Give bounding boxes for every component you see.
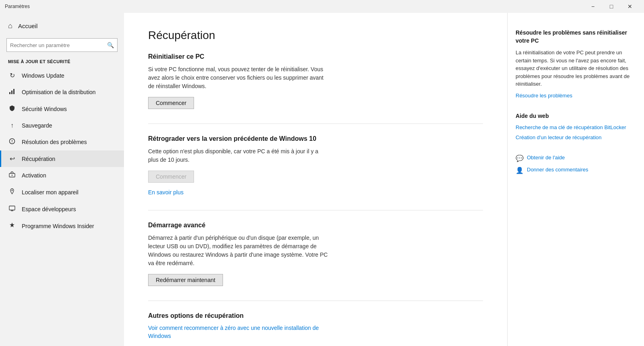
sidebar-item-recovery[interactable]: ↩ Récupération <box>0 150 124 167</box>
sidebar-section-title: Mise à jour et sécurité <box>0 58 124 67</box>
sidebar-item-dev-mode[interactable]: Espace développeurs <box>0 201 124 218</box>
minimize-button[interactable]: − <box>584 0 602 13</box>
right-panel-title-2: Aide du web <box>516 112 632 120</box>
svg-rect-1 <box>11 91 12 94</box>
sidebar-item-label: Récupération <box>22 156 55 162</box>
troubleshoot-link[interactable]: Résoudre les problèmes <box>516 92 632 99</box>
sidebar-item-find-device[interactable]: Localiser mon appareil <box>0 184 124 201</box>
titlebar-title: Paramètres <box>5 4 30 9</box>
sidebar-item-troubleshoot[interactable]: Résolution des problèmes <box>0 134 124 150</box>
windows-update-icon: ↻ <box>8 72 16 79</box>
restart-now-button[interactable]: Redémarrer maintenant <box>148 274 223 286</box>
svg-rect-9 <box>9 206 15 210</box>
advanced-startup-section: Démarrage avancé Démarrez à partir d'un … <box>148 222 483 286</box>
sidebar-item-activation[interactable]: Activation <box>0 167 124 184</box>
section-divider-3 <box>148 301 483 301</box>
sidebar-home-label: Accueil <box>18 23 37 29</box>
sidebar-item-label: Localiser mon appareil <box>22 189 78 196</box>
sidebar-item-distribution[interactable]: Optimisation de la distribution <box>0 84 124 101</box>
svg-rect-2 <box>13 89 14 94</box>
main-content: Récupération Réinitialiser ce PC Si votr… <box>124 13 507 346</box>
sidebar-item-security[interactable]: Sécurité Windows <box>0 101 124 117</box>
get-help-link[interactable]: Obtenir de l'aide <box>527 154 565 161</box>
reset-pc-title: Réinitialiser ce PC <box>148 53 483 60</box>
right-panel-section-2: Aide du web Recherche de ma clé de récup… <box>516 112 632 141</box>
advanced-startup-description: Démarrez à partir d'un périphérique ou d… <box>148 234 329 268</box>
insider-icon <box>8 222 16 230</box>
search-input[interactable] <box>10 42 107 48</box>
page-title: Récupération <box>148 29 483 42</box>
svg-rect-0 <box>9 92 10 94</box>
feedback-link[interactable]: Donner des commentaires <box>527 166 588 173</box>
svg-point-5 <box>12 142 12 143</box>
sidebar-item-label: Optimisation de la distribution <box>22 89 96 95</box>
feedback-helper: 👤 Donner des commentaires <box>516 166 632 174</box>
reset-pc-button[interactable]: Commencer <box>148 97 194 109</box>
reset-pc-description: Si votre PC fonctionne mal, vous pouvez … <box>148 65 329 91</box>
backup-icon: ↑ <box>8 122 16 129</box>
downgrade-button[interactable]: Commencer <box>148 171 194 183</box>
right-panel-title-1: Résoudre les problèmes sans réinitialise… <box>516 29 632 45</box>
sidebar-item-insider[interactable]: Programme Windows Insider <box>0 218 124 235</box>
right-panel-desc-1: La réinitialisation de votre PC peut pre… <box>516 49 632 88</box>
bitlocker-link[interactable]: Recherche de ma clé de récupération BitL… <box>516 124 632 131</box>
get-help-helper: 💬 Obtenir de l'aide <box>516 154 632 162</box>
distribution-icon <box>8 88 16 96</box>
home-icon: ⌂ <box>8 22 12 30</box>
titlebar-controls: − □ ✕ <box>584 0 639 13</box>
downgrade-section: Rétrograder vers la version précédente d… <box>148 135 483 196</box>
downgrade-description: Cette option n'est plus disponible, car … <box>148 147 329 164</box>
sidebar: ⌂ Accueil 🔍 Mise à jour et sécurité ↻ Wi… <box>0 13 124 346</box>
security-icon <box>8 105 16 113</box>
find-device-icon <box>8 188 16 196</box>
fresh-install-link[interactable]: Voir comment recommencer à zéro avec une… <box>148 324 329 340</box>
section-divider-2 <box>148 210 483 210</box>
downgrade-link[interactable]: En savoir plus <box>148 189 184 196</box>
sidebar-item-label: Programme Windows Insider <box>22 223 94 229</box>
downgrade-title: Rétrograder vers la version précédente d… <box>148 135 483 142</box>
activation-icon <box>8 171 16 179</box>
sidebar-item-windows-update[interactable]: ↻ Windows Update <box>0 67 124 84</box>
reset-pc-section: Réinitialiser ce PC Si votre PC fonction… <box>148 53 483 109</box>
sidebar-item-label: Espace développeurs <box>22 206 76 212</box>
app-container: ⌂ Accueil 🔍 Mise à jour et sécurité ↻ Wi… <box>0 13 644 346</box>
sidebar-item-label: Activation <box>22 172 46 179</box>
right-panel-section-3: 💬 Obtenir de l'aide 👤 Donner des comment… <box>516 154 632 174</box>
other-options-section: Autres options de récupération Voir comm… <box>148 312 483 340</box>
sidebar-item-label: Résolution des problèmes <box>22 139 87 145</box>
troubleshoot-icon <box>8 138 16 146</box>
close-button[interactable]: ✕ <box>621 0 639 13</box>
sidebar-item-label: Windows Update <box>22 72 64 79</box>
sidebar-home-button[interactable]: ⌂ Accueil <box>0 17 124 35</box>
get-help-icon: 💬 <box>516 154 524 162</box>
dev-mode-icon <box>8 205 16 213</box>
svg-point-7 <box>12 175 13 176</box>
titlebar: Paramètres − □ ✕ <box>0 0 644 13</box>
feedback-icon: 👤 <box>516 167 524 174</box>
svg-point-8 <box>12 190 13 191</box>
sidebar-item-backup[interactable]: ↑ Sauvegarde <box>0 117 124 134</box>
sidebar-item-label: Sauvegarde <box>22 122 52 129</box>
section-divider-1 <box>148 124 483 124</box>
advanced-startup-title: Démarrage avancé <box>148 222 483 229</box>
recovery-icon: ↩ <box>8 155 16 163</box>
search-icon: 🔍 <box>107 42 114 48</box>
recovery-drive-link[interactable]: Création d'un lecteur de récupération <box>516 134 632 141</box>
sidebar-item-label: Sécurité Windows <box>22 106 67 112</box>
right-panel: Résoudre les problèmes sans réinitialise… <box>507 13 644 346</box>
search-box: 🔍 <box>6 38 118 52</box>
right-panel-section-1: Résoudre les problèmes sans réinitialise… <box>516 29 632 99</box>
other-options-title: Autres options de récupération <box>148 312 483 319</box>
maximize-button[interactable]: □ <box>602 0 621 13</box>
